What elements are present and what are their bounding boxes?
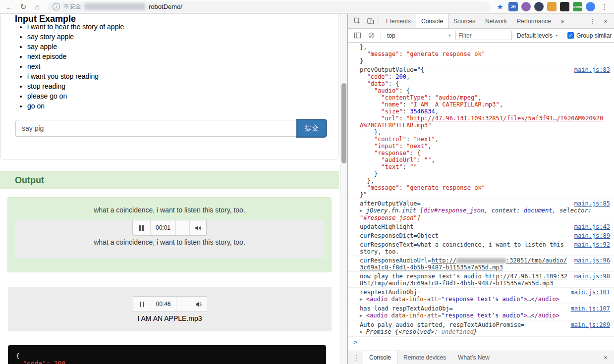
- command-input[interactable]: [15, 120, 297, 137]
- console-line: ▶ <audio data-info-att="response text's …: [360, 312, 610, 319]
- drawer-tab-remote-devices[interactable]: Remote devices: [397, 351, 452, 364]
- console-message: main.js:107has load respTextAudioObj=▶ <…: [348, 304, 614, 320]
- console-line: curResponseAudioUrl=http://:32851/tmp/au…: [360, 257, 610, 271]
- context-selector[interactable]: top ▼: [384, 32, 454, 39]
- drawer-tab-console[interactable]: Console: [363, 351, 397, 364]
- devtools-tab-performance[interactable]: Performance: [512, 14, 556, 28]
- console-line: "control": "next",: [360, 136, 610, 143]
- json-line: "code": 200,: [16, 360, 318, 364]
- console-line: "message": "generate response ok": [360, 51, 610, 57]
- extension-icon-5[interactable]: [560, 2, 569, 11]
- address-bar[interactable]: i 不安全 robotDemo/: [48, 1, 491, 12]
- device-toolbar-icon[interactable]: [364, 15, 377, 27]
- console-pane[interactable]: }, "message": "generate response ok"}mai…: [348, 43, 614, 351]
- extension-icon-6[interactable]: CORS: [573, 2, 582, 11]
- security-label: 不安全: [63, 2, 81, 11]
- more-tabs-icon[interactable]: »: [556, 18, 569, 25]
- pause-icon[interactable]: [133, 297, 151, 312]
- console-line: curResponseText=what a coincidence, i wa…: [360, 241, 610, 255]
- drawer-tab-what-s-new[interactable]: What's New: [452, 351, 496, 364]
- console-url-link[interactable]: http://: [432, 257, 457, 264]
- console-sidebar-icon[interactable]: [351, 30, 364, 42]
- console-source-link[interactable]: main.js:96: [574, 257, 610, 264]
- console-message: main.js:98now play the response text's a…: [348, 272, 614, 288]
- expand-arrow-icon[interactable]: ▶: [360, 312, 365, 319]
- console-line: }: [360, 170, 610, 177]
- browser-menu-icon[interactable]: ⋮: [598, 1, 611, 13]
- console-line: "audioUrl": "",: [360, 156, 610, 163]
- bookmark-star-icon[interactable]: ★: [495, 2, 505, 11]
- chevron-down-icon: ▼: [448, 34, 451, 37]
- expand-arrow-icon[interactable]: ▶: [360, 296, 365, 303]
- extension-icon-2[interactable]: [521, 2, 531, 11]
- console-filter-input[interactable]: [455, 31, 512, 40]
- drawer-tabs: ConsoleRemote devicesWhat's New: [363, 351, 496, 364]
- pause-bar: [142, 225, 144, 231]
- console-line: "response": {: [360, 150, 610, 156]
- devtools-menu-icon[interactable]: ⋮: [586, 15, 599, 27]
- console-line: prevOutputValue="{: [360, 66, 610, 73]
- divider: [381, 32, 381, 40]
- devtools-tabbar: ElementsConsoleSourcesNetworkPerformance…: [348, 14, 614, 29]
- output-heading-label: Output: [15, 175, 44, 186]
- clear-console-icon[interactable]: [365, 30, 378, 42]
- site-info-icon[interactable]: i: [53, 3, 60, 10]
- devtools-tab-network[interactable]: Network: [480, 14, 512, 28]
- extension-icon-3[interactable]: [534, 2, 544, 11]
- console-source-link[interactable]: main.js:85: [574, 200, 610, 207]
- expand-arrow-icon[interactable]: ▶: [360, 207, 365, 214]
- url-text: robotDemo/: [149, 3, 182, 10]
- speaker-icon: [194, 224, 202, 232]
- devtools-tabs: ElementsConsoleSourcesNetworkPerformance: [381, 14, 556, 28]
- pause-bar: [140, 302, 141, 307]
- audio-time: 00:46: [151, 297, 176, 312]
- context-selector-value: top: [387, 32, 395, 39]
- devtools-tab-sources[interactable]: Sources: [448, 14, 480, 28]
- audio-box-2: 00:46 I AM AN APPLE.mp3: [8, 287, 332, 331]
- volume-icon[interactable]: [190, 297, 207, 312]
- devtools-tab-console[interactable]: Console: [416, 14, 448, 28]
- console-source-link[interactable]: main.js:98: [574, 273, 610, 280]
- pause-icon[interactable]: [133, 220, 151, 235]
- console-line: ▶ <audio data-info-att="response text's …: [360, 296, 610, 303]
- audio-progress[interactable]: [176, 297, 190, 312]
- scrollbar-thumb[interactable]: [341, 83, 346, 163]
- volume-icon[interactable]: [189, 220, 206, 235]
- devtools-close-icon[interactable]: ×: [599, 15, 612, 27]
- home-icon[interactable]: ⌂: [31, 1, 44, 13]
- drawer-menu-icon[interactable]: ⋮: [350, 352, 363, 364]
- devtools-tab-elements[interactable]: Elements: [381, 14, 416, 28]
- console-source-link[interactable]: main.js:89: [574, 232, 610, 239]
- checkbox-checked-icon[interactable]: ✓: [567, 32, 574, 39]
- reload-icon[interactable]: ↻: [17, 1, 30, 13]
- response-text: what a coincidence, i want to listen thi…: [8, 206, 331, 214]
- audio-player-1[interactable]: 00:01: [132, 220, 207, 236]
- console-line: "name": "I AM A CATERPILLAR.mp3",: [360, 101, 610, 108]
- console-source-link[interactable]: main.js:83: [574, 66, 610, 73]
- extension-icon-4[interactable]: [547, 2, 557, 11]
- console-source-link[interactable]: main.js:107: [571, 305, 610, 312]
- drawer-close-icon[interactable]: ×: [599, 352, 612, 364]
- console-source-link[interactable]: main.js:101: [571, 289, 610, 296]
- console-source-link[interactable]: main.js:92: [574, 241, 610, 248]
- console-message-list: }, "message": "generate response ok"}mai…: [348, 43, 614, 337]
- pause-bar: [143, 302, 144, 307]
- extension-icon-1[interactable]: JH: [508, 2, 518, 11]
- expand-arrow-icon[interactable]: ▶: [360, 328, 365, 335]
- console-source-link[interactable]: main.js:209: [571, 321, 610, 328]
- audio-box-1: 00:01 what a coincidence, i want to list…: [15, 220, 324, 259]
- submit-button[interactable]: 提交: [297, 120, 326, 137]
- back-icon[interactable]: ←: [3, 1, 16, 13]
- console-prompt[interactable]: >: [348, 337, 614, 347]
- console-source-link[interactable]: main.js:43: [574, 223, 610, 230]
- audio-progress[interactable]: [176, 220, 189, 235]
- page-scrollbar[interactable]: [340, 14, 347, 364]
- extension-icon-7[interactable]: [586, 2, 595, 11]
- inspect-element-icon[interactable]: [351, 15, 364, 27]
- log-levels-dropdown[interactable]: Default levels ▼: [513, 32, 562, 39]
- audio-player-2[interactable]: 00:46: [133, 296, 207, 312]
- console-line: },: [360, 177, 610, 184]
- web-page: Input Example i want to hear the story o…: [0, 14, 340, 364]
- example-item: go on: [27, 101, 124, 111]
- group-similar-toggle[interactable]: ✓ Group similar: [567, 32, 612, 39]
